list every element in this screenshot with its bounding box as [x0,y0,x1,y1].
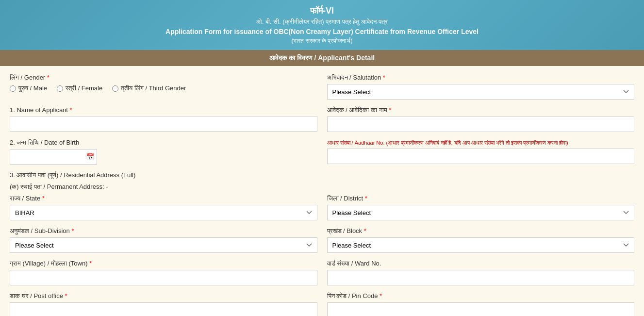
hindi-subtitle: ओ. बी. सी. (क्रीमीलेयर रहित) प्रमाण पत्र… [10,18,634,26]
permanent-address-label: (क) स्थाई पता / Permanent Address: - [10,183,634,191]
english-title: Application Form for issuance of OBC(Non… [10,28,634,35]
gender-female-option[interactable]: स्त्री / Female [57,84,102,92]
state-col: राज्य / State * BIHAR [10,195,317,220]
dob-label: 2. जन्म तिथि / Date of Birth [10,139,317,147]
name-col: 1. Name of Applicant * [10,106,317,132]
section-header: आवेदक का विवरण / Applicant's Detail [0,50,644,66]
address-section-label: 3. आवासीय पता (पूर्ण) / Residential Addr… [10,171,634,179]
aadhaar-col: आधार संख्या / Aadhaar No. (आधार प्रमाणीक… [327,139,635,164]
postoffice-input[interactable] [10,302,317,316]
gender-third-option[interactable]: तृतीय लिंग / Third Gender [112,84,186,92]
ward-col: वार्ड संख्या / Ward No. [327,260,635,285]
gender-label: लिंग / Gender * [10,74,317,82]
name-label: 1. Name of Applicant * [10,106,317,114]
dob-input[interactable] [10,149,97,165]
aadhaar-input[interactable] [327,149,635,164]
name-hindi-label: आवेदक / आवेदिका का नाम * [327,106,635,114]
govt-label: (भारत सरकार के प्रयोजनार्थ) [10,37,634,44]
form-body: लिंग / Gender * पुरुष / Male स्त्री / Fe… [0,66,644,316]
ward-input[interactable] [327,270,635,285]
dob-aadhaar-row: 2. जन्म तिथि / Date of Birth 📅 आधार संख्… [10,139,634,165]
block-col: प्रखंड / Block * Please Select [327,227,635,253]
state-select[interactable]: BIHAR [10,205,317,220]
district-col: जिला / District * Please Select [327,195,635,220]
name-hindi-col: आवेदक / आवेदिका का नाम * [327,106,635,132]
dob-date-wrapper: 📅 [10,149,97,165]
gender-third-radio[interactable] [112,85,118,92]
gender-male-radio[interactable] [10,85,16,92]
pincode-col: पिन कोड / Pin Code * [327,292,635,316]
subdivision-select[interactable]: Please Select [10,237,317,253]
state-label: राज्य / State * [10,195,317,202]
village-ward-row: ग्राम (Village) / मोहल्ला (Town) * वार्ड… [10,260,634,285]
district-label: जिला / District * [327,195,635,202]
district-select[interactable]: Please Select [327,205,635,220]
state-district-row: राज्य / State * BIHAR जिला / District * … [10,195,634,220]
block-label: प्रखंड / Block * [327,227,635,235]
pincode-label: पिन कोड / Pin Code * [327,292,635,300]
village-label: ग्राम (Village) / मोहल्ला (Town) * [10,260,317,267]
form-title: फॉर्म-VI [10,6,634,16]
name-hindi-input[interactable] [327,116,635,132]
postoffice-label: डाक घर / Post office * [10,292,317,300]
salutation-col: अभिवादन / Salutation * Please Select Mr.… [327,74,635,100]
salutation-select[interactable]: Please Select Mr. Mrs. Ms. Dr. [327,84,635,100]
calendar-icon[interactable]: 📅 [86,153,94,161]
gender-radio-group: पुरुष / Male स्त्री / Female तृतीय लिंग … [10,84,317,92]
pincode-input[interactable] [327,302,635,316]
subdivision-block-row: अनुमंडल / Sub-Division * Please Select प… [10,227,634,253]
subdivision-col: अनुमंडल / Sub-Division * Please Select [10,227,317,253]
block-select[interactable]: Please Select [327,237,635,253]
name-row: 1. Name of Applicant * आवेदक / आवेदिका क… [10,106,634,132]
gender-female-radio[interactable] [57,85,63,92]
salutation-label: अभिवादन / Salutation * [327,74,635,82]
name-input[interactable] [10,116,317,132]
page-header: फॉर्म-VI ओ. बी. सी. (क्रीमीलेयर रहित) प्… [0,0,644,50]
village-input[interactable] [10,270,317,285]
subdivision-label: अनुमंडल / Sub-Division * [10,227,317,235]
village-col: ग्राम (Village) / मोहल्ला (Town) * [10,260,317,285]
gender-salutation-row: लिंग / Gender * पुरुष / Male स्त्री / Fe… [10,74,634,100]
dob-col: 2. जन्म तिथि / Date of Birth 📅 [10,139,317,165]
gender-col: लिंग / Gender * पुरुष / Male स्त्री / Fe… [10,74,317,92]
ward-label: वार्ड संख्या / Ward No. [327,260,635,267]
postoffice-col: डाक घर / Post office * [10,292,317,316]
aadhaar-label: आधार संख्या / Aadhaar No. (आधार प्रमाणीक… [327,139,635,146]
postoffice-pincode-row: डाक घर / Post office * पिन कोड / Pin Cod… [10,292,634,316]
gender-male-option[interactable]: पुरुष / Male [10,84,47,92]
